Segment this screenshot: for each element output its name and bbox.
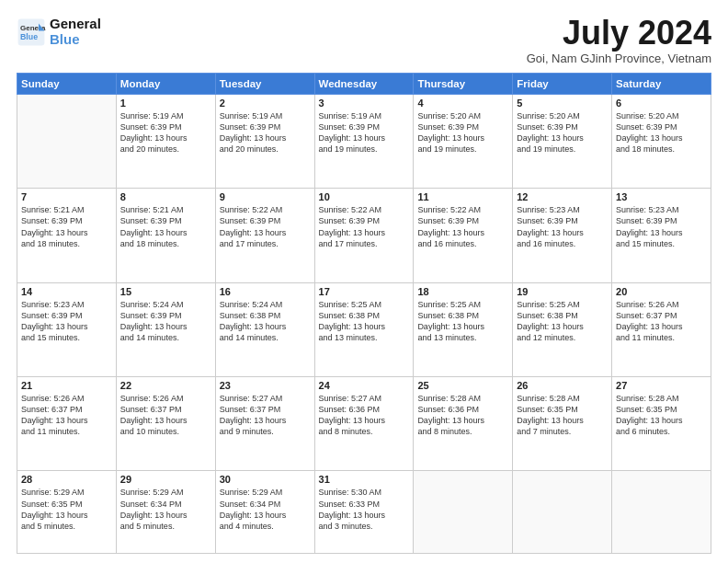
calendar-cell: 28Sunrise: 5:29 AMSunset: 6:35 PMDayligh…	[17, 471, 117, 554]
month-title: July 2024	[527, 17, 711, 50]
day-number: 24	[319, 380, 410, 391]
calendar-cell: 20Sunrise: 5:26 AMSunset: 6:37 PMDayligh…	[612, 282, 711, 376]
day-number: 22	[120, 380, 211, 391]
calendar-cell	[612, 471, 711, 554]
weekday-header-monday: Monday	[116, 74, 215, 95]
day-info: Sunrise: 5:25 AMSunset: 6:38 PMDaylight:…	[517, 299, 608, 344]
day-number: 31	[319, 474, 410, 485]
day-info: Sunrise: 5:19 AMSunset: 6:39 PMDaylight:…	[220, 110, 311, 155]
calendar-week-2: 7Sunrise: 5:21 AMSunset: 6:39 PMDaylight…	[17, 189, 711, 282]
day-number: 19	[517, 286, 608, 297]
day-number: 30	[220, 474, 311, 485]
day-number: 17	[319, 286, 410, 297]
day-number: 8	[120, 191, 211, 202]
calendar-cell: 5Sunrise: 5:20 AMSunset: 6:39 PMDaylight…	[513, 95, 612, 189]
day-info: Sunrise: 5:19 AMSunset: 6:39 PMDaylight:…	[319, 110, 410, 155]
logo-text: General Blue	[50, 17, 101, 47]
weekday-header-thursday: Thursday	[414, 74, 513, 95]
day-number: 11	[417, 191, 508, 202]
logo-icon: General Blue	[17, 17, 46, 47]
calendar-cell: 11Sunrise: 5:22 AMSunset: 6:39 PMDayligh…	[414, 189, 513, 282]
logo: General Blue General Blue	[17, 17, 101, 47]
day-info: Sunrise: 5:22 AMSunset: 6:39 PMDaylight:…	[417, 204, 508, 249]
weekday-header-wednesday: Wednesday	[314, 74, 414, 95]
day-info: Sunrise: 5:27 AMSunset: 6:36 PMDaylight:…	[319, 393, 410, 438]
header: General Blue General Blue July 2024 Goi,…	[17, 17, 711, 65]
page: General Blue General Blue July 2024 Goi,…	[0, 0, 728, 563]
calendar-cell: 26Sunrise: 5:28 AMSunset: 6:35 PMDayligh…	[513, 377, 612, 471]
calendar-cell: 13Sunrise: 5:23 AMSunset: 6:39 PMDayligh…	[612, 189, 711, 282]
calendar-cell: 18Sunrise: 5:25 AMSunset: 6:38 PMDayligh…	[414, 282, 513, 376]
day-number: 2	[220, 98, 311, 109]
day-number: 13	[616, 191, 707, 202]
day-number: 26	[517, 380, 608, 391]
day-info: Sunrise: 5:26 AMSunset: 6:37 PMDaylight:…	[616, 299, 707, 344]
calendar-cell: 12Sunrise: 5:23 AMSunset: 6:39 PMDayligh…	[513, 189, 612, 282]
location: Goi, Nam GJinh Province, Vietnam	[527, 52, 711, 65]
day-number: 25	[417, 380, 508, 391]
weekday-header-row: SundayMondayTuesdayWednesdayThursdayFrid…	[17, 74, 711, 95]
calendar-cell: 17Sunrise: 5:25 AMSunset: 6:38 PMDayligh…	[314, 282, 414, 376]
day-info: Sunrise: 5:24 AMSunset: 6:39 PMDaylight:…	[120, 299, 211, 344]
calendar-cell: 4Sunrise: 5:20 AMSunset: 6:39 PMDaylight…	[414, 95, 513, 189]
day-number: 14	[21, 286, 112, 297]
calendar-cell: 16Sunrise: 5:24 AMSunset: 6:38 PMDayligh…	[215, 282, 314, 376]
day-number: 15	[120, 286, 211, 297]
day-number: 18	[417, 286, 508, 297]
day-number: 23	[220, 380, 311, 391]
day-number: 6	[616, 98, 707, 109]
calendar-cell: 19Sunrise: 5:25 AMSunset: 6:38 PMDayligh…	[513, 282, 612, 376]
day-info: Sunrise: 5:20 AMSunset: 6:39 PMDaylight:…	[417, 110, 508, 155]
day-number: 5	[517, 98, 608, 109]
day-info: Sunrise: 5:23 AMSunset: 6:39 PMDaylight:…	[21, 299, 112, 344]
day-info: Sunrise: 5:28 AMSunset: 6:35 PMDaylight:…	[616, 393, 707, 438]
day-number: 16	[220, 286, 311, 297]
calendar-cell: 23Sunrise: 5:27 AMSunset: 6:37 PMDayligh…	[215, 377, 314, 471]
weekday-header-saturday: Saturday	[612, 74, 711, 95]
weekday-header-sunday: Sunday	[17, 74, 117, 95]
day-info: Sunrise: 5:25 AMSunset: 6:38 PMDaylight:…	[319, 299, 410, 344]
day-info: Sunrise: 5:28 AMSunset: 6:35 PMDaylight:…	[517, 393, 608, 438]
calendar-cell: 6Sunrise: 5:20 AMSunset: 6:39 PMDaylight…	[612, 95, 711, 189]
weekday-header-friday: Friday	[513, 74, 612, 95]
day-info: Sunrise: 5:20 AMSunset: 6:39 PMDaylight:…	[616, 110, 707, 155]
calendar-cell: 10Sunrise: 5:22 AMSunset: 6:39 PMDayligh…	[314, 189, 414, 282]
day-info: Sunrise: 5:27 AMSunset: 6:37 PMDaylight:…	[220, 393, 311, 438]
day-number: 20	[616, 286, 707, 297]
day-info: Sunrise: 5:29 AMSunset: 6:35 PMDaylight:…	[21, 487, 112, 532]
day-number: 27	[616, 380, 707, 391]
calendar-cell: 3Sunrise: 5:19 AMSunset: 6:39 PMDaylight…	[314, 95, 414, 189]
day-number: 28	[21, 474, 112, 485]
calendar-cell: 7Sunrise: 5:21 AMSunset: 6:39 PMDaylight…	[17, 189, 117, 282]
calendar-cell: 25Sunrise: 5:28 AMSunset: 6:36 PMDayligh…	[414, 377, 513, 471]
calendar-cell: 22Sunrise: 5:26 AMSunset: 6:37 PMDayligh…	[116, 377, 215, 471]
calendar-cell: 24Sunrise: 5:27 AMSunset: 6:36 PMDayligh…	[314, 377, 414, 471]
day-info: Sunrise: 5:21 AMSunset: 6:39 PMDaylight:…	[21, 204, 112, 249]
day-number: 3	[319, 98, 410, 109]
calendar-cell	[414, 471, 513, 554]
calendar-week-1: 1Sunrise: 5:19 AMSunset: 6:39 PMDaylight…	[17, 95, 711, 189]
calendar-cell: 27Sunrise: 5:28 AMSunset: 6:35 PMDayligh…	[612, 377, 711, 471]
day-info: Sunrise: 5:24 AMSunset: 6:38 PMDaylight:…	[220, 299, 311, 344]
day-info: Sunrise: 5:19 AMSunset: 6:39 PMDaylight:…	[120, 110, 211, 155]
weekday-header-tuesday: Tuesday	[215, 74, 314, 95]
calendar-cell: 15Sunrise: 5:24 AMSunset: 6:39 PMDayligh…	[116, 282, 215, 376]
calendar-cell: 1Sunrise: 5:19 AMSunset: 6:39 PMDaylight…	[116, 95, 215, 189]
day-info: Sunrise: 5:30 AMSunset: 6:33 PMDaylight:…	[319, 487, 410, 532]
calendar-cell: 2Sunrise: 5:19 AMSunset: 6:39 PMDaylight…	[215, 95, 314, 189]
day-info: Sunrise: 5:25 AMSunset: 6:38 PMDaylight:…	[417, 299, 508, 344]
calendar-cell: 29Sunrise: 5:29 AMSunset: 6:34 PMDayligh…	[116, 471, 215, 554]
calendar-week-3: 14Sunrise: 5:23 AMSunset: 6:39 PMDayligh…	[17, 282, 711, 376]
calendar-cell: 30Sunrise: 5:29 AMSunset: 6:34 PMDayligh…	[215, 471, 314, 554]
day-number: 9	[220, 191, 311, 202]
day-number: 4	[417, 98, 508, 109]
calendar-week-5: 28Sunrise: 5:29 AMSunset: 6:35 PMDayligh…	[17, 471, 711, 554]
day-number: 7	[21, 191, 112, 202]
day-info: Sunrise: 5:29 AMSunset: 6:34 PMDaylight:…	[120, 487, 211, 532]
day-number: 21	[21, 380, 112, 391]
calendar-cell: 9Sunrise: 5:22 AMSunset: 6:39 PMDaylight…	[215, 189, 314, 282]
day-info: Sunrise: 5:23 AMSunset: 6:39 PMDaylight:…	[616, 204, 707, 249]
calendar-table: SundayMondayTuesdayWednesdayThursdayFrid…	[17, 73, 711, 554]
calendar-week-4: 21Sunrise: 5:26 AMSunset: 6:37 PMDayligh…	[17, 377, 711, 471]
title-block: July 2024 Goi, Nam GJinh Province, Vietn…	[527, 17, 711, 65]
